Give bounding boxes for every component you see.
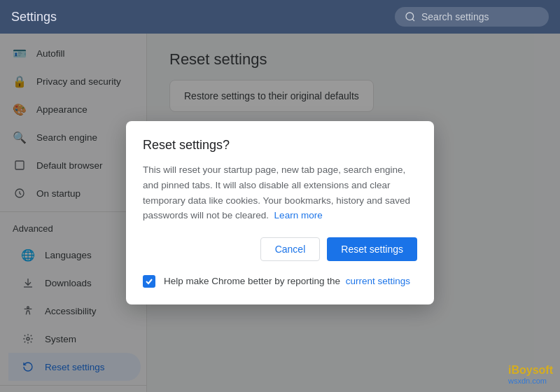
main-content: Reset settings Restore settings to their… xyxy=(147,34,560,392)
brand-highlight: Boysoft xyxy=(511,364,553,376)
header: Settings xyxy=(0,0,560,34)
main-layout: 🪪 Autofill 🔒 Privacy and security 🎨 Appe… xyxy=(0,34,560,392)
dialog-body: This will reset your startup page, new t… xyxy=(147,162,417,223)
domain: wsxdn.com xyxy=(508,377,553,385)
dialog-overlay: Reset settings? This will reset your sta… xyxy=(147,34,560,392)
app-title: Settings xyxy=(11,10,57,24)
search-bar[interactable] xyxy=(395,7,549,27)
reset-dialog: Reset settings? This will reset your sta… xyxy=(147,121,434,304)
search-icon xyxy=(405,11,416,22)
cancel-button[interactable]: Cancel xyxy=(260,237,321,261)
checkbox-better-chrome[interactable] xyxy=(147,275,155,288)
svg-point-0 xyxy=(406,13,414,20)
watermark: iBoysoft wsxdn.com xyxy=(508,364,553,385)
svg-line-1 xyxy=(412,19,414,21)
dialog-footer-text: Help make Chrome better by reporting the… xyxy=(164,276,417,286)
checkmark-icon xyxy=(147,277,153,286)
current-settings-link[interactable]: current settings xyxy=(346,276,410,286)
dialog-actions: Cancel Reset settings xyxy=(147,237,417,261)
dialog-title: Reset settings? xyxy=(147,138,417,153)
footer-text: Help make Chrome better by reporting the xyxy=(164,276,340,286)
dialog-footer: Help make Chrome better by reporting the… xyxy=(147,275,417,288)
search-input[interactable] xyxy=(421,11,539,22)
learn-more-link[interactable]: Learn more xyxy=(274,210,323,220)
reset-settings-button[interactable]: Reset settings xyxy=(327,237,417,261)
